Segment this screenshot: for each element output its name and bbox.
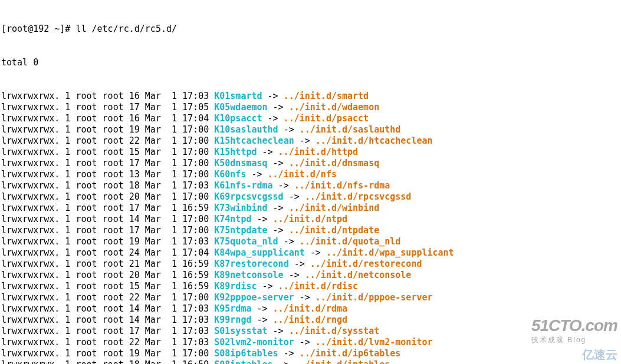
arrow-icon: -> bbox=[268, 203, 289, 213]
symlink-target: ../init.d/lvm2-monitor bbox=[316, 337, 433, 348]
list-item: lrwxrwxrwx. 1 root root 17 Mar 1 17:00 K… bbox=[1, 158, 620, 169]
symlink-target: ../init.d/dnsmasq bbox=[289, 158, 380, 168]
symlink-target: ../init.d/ntpd bbox=[273, 214, 347, 224]
arrow-icon: -> bbox=[278, 348, 300, 359]
file-listing: lrwxrwxrwx. 1 root root 16 Mar 1 17:03 K… bbox=[1, 91, 620, 364]
symlink-target: ../init.d/netconsole bbox=[305, 270, 412, 280]
symlink-target: ../init.d/smartd bbox=[284, 91, 369, 101]
symlink-name: K10psacct bbox=[214, 113, 262, 124]
file-perms: lrwxrwxrwx. 1 root root 17 Mar 1 17:05 bbox=[1, 102, 214, 112]
arrow-icon: -> bbox=[251, 214, 272, 224]
list-item: lrwxrwxrwx. 1 root root 21 Mar 1 16:59 K… bbox=[1, 259, 620, 270]
list-item: lrwxrwxrwx. 1 root root 17 Mar 1 17:03 S… bbox=[1, 326, 620, 337]
list-item: lrwxrwxrwx. 1 root root 19 Mar 1 17:00 S… bbox=[1, 348, 620, 359]
symlink-name: K89netconsole bbox=[214, 270, 283, 280]
symlink-target: ../init.d/rdma bbox=[273, 303, 347, 314]
symlink-name: K87restorecond bbox=[214, 259, 288, 269]
symlink-name: K69rpcsvcgssd bbox=[214, 191, 283, 202]
list-item: lrwxrwxrwx. 1 root root 14 Mar 1 17:03 K… bbox=[1, 315, 620, 326]
symlink-target: ../init.d/restorecond bbox=[310, 259, 422, 269]
list-item: lrwxrwxrwx. 1 root root 19 Mar 1 17:03 K… bbox=[1, 236, 620, 247]
arrow-icon: -> bbox=[278, 124, 300, 135]
symlink-target: ../init.d/pppoe-server bbox=[316, 292, 433, 303]
arrow-icon: -> bbox=[294, 292, 316, 303]
file-perms: lrwxrwxrwx. 1 root root 17 Mar 1 16:59 bbox=[1, 203, 214, 213]
symlink-name: K84wpa_supplicant bbox=[214, 247, 305, 258]
symlink-target: ../init.d/sysstat bbox=[289, 326, 380, 336]
list-item: lrwxrwxrwx. 1 root root 17 Mar 1 16:59 K… bbox=[1, 203, 620, 214]
symlink-target: ../init.d/winbind bbox=[289, 203, 380, 213]
arrow-icon: -> bbox=[262, 113, 284, 124]
symlink-target: ../init.d/wpa_supplicant bbox=[326, 247, 454, 258]
file-perms: lrwxrwxrwx. 1 root root 14 Mar 1 17:03 bbox=[1, 303, 214, 314]
list-item: lrwxrwxrwx. 1 root root 24 Mar 1 17:04 K… bbox=[1, 247, 620, 259]
symlink-target: ../init.d/httpd bbox=[278, 147, 358, 157]
list-item: lrwxrwxrwx. 1 root root 18 Mar 1 16:59 S… bbox=[1, 359, 620, 364]
symlink-name: S08ip6tables bbox=[214, 348, 278, 359]
total-line: total 0 bbox=[1, 57, 620, 68]
arrow-icon: -> bbox=[278, 236, 300, 247]
symlink-target: ../init.d/ip6tables bbox=[300, 348, 401, 359]
arrow-icon: -> bbox=[251, 315, 272, 325]
arrow-icon: -> bbox=[257, 281, 278, 292]
file-perms: lrwxrwxrwx. 1 root root 21 Mar 1 16:59 bbox=[1, 259, 214, 269]
symlink-name: K15httpd bbox=[214, 147, 257, 157]
symlink-name: K75ntpdate bbox=[214, 225, 267, 236]
file-perms: lrwxrwxrwx. 1 root root 14 Mar 1 17:03 bbox=[1, 315, 214, 325]
arrow-icon: -> bbox=[294, 135, 316, 146]
symlink-name: S02lvm2-monitor bbox=[214, 337, 294, 348]
symlink-name: S08iptables bbox=[214, 359, 272, 364]
file-perms: lrwxrwxrwx. 1 root root 17 Mar 1 17:03 bbox=[1, 326, 214, 336]
arrow-icon: -> bbox=[284, 191, 305, 202]
list-item: lrwxrwxrwx. 1 root root 17 Mar 1 17:00 K… bbox=[1, 225, 620, 236]
arrow-icon: -> bbox=[268, 225, 289, 236]
arrow-icon: -> bbox=[273, 359, 294, 364]
file-perms: lrwxrwxrwx. 1 root root 13 Mar 1 17:00 bbox=[1, 169, 214, 180]
list-item: lrwxrwxrwx. 1 root root 14 Mar 1 17:00 K… bbox=[1, 214, 620, 225]
symlink-target: ../init.d/nfs bbox=[268, 169, 337, 180]
symlink-name: K10saslauthd bbox=[214, 124, 278, 135]
symlink-name: K01smartd bbox=[214, 91, 262, 101]
list-item: lrwxrwxrwx. 1 root root 13 Mar 1 17:00 K… bbox=[1, 169, 620, 180]
file-perms: lrwxrwxrwx. 1 root root 16 Mar 1 17:04 bbox=[1, 113, 214, 124]
file-perms: lrwxrwxrwx. 1 root root 15 Mar 1 16:59 bbox=[1, 281, 214, 292]
symlink-target: ../init.d/saslauthd bbox=[300, 124, 401, 135]
list-item: lrwxrwxrwx. 1 root root 18 Mar 1 17:03 K… bbox=[1, 180, 620, 191]
prompt-line: [root@192 ~]# ll /etc/rc.d/rc5.d/ bbox=[1, 24, 620, 35]
symlink-name: K75quota_nld bbox=[214, 236, 278, 247]
arrow-icon: -> bbox=[268, 326, 289, 336]
list-item: lrwxrwxrwx. 1 root root 16 Mar 1 17:04 K… bbox=[1, 113, 620, 124]
symlink-name: K95rdma bbox=[214, 303, 251, 314]
list-item: lrwxrwxrwx. 1 root root 19 Mar 1 17:00 K… bbox=[1, 124, 620, 135]
symlink-name: K73winbind bbox=[214, 203, 267, 213]
list-item: lrwxrwxrwx. 1 root root 22 Mar 1 17:00 K… bbox=[1, 135, 620, 147]
file-perms: lrwxrwxrwx. 1 root root 22 Mar 1 17:00 bbox=[1, 292, 214, 303]
list-item: lrwxrwxrwx. 1 root root 20 Mar 1 16:59 K… bbox=[1, 270, 620, 281]
list-item: lrwxrwxrwx. 1 root root 15 Mar 1 16:59 K… bbox=[1, 281, 620, 292]
file-perms: lrwxrwxrwx. 1 root root 18 Mar 1 17:03 bbox=[1, 180, 214, 191]
symlink-target: ../init.d/htcacheclean bbox=[316, 135, 433, 146]
symlink-target: ../init.d/rpcsvcgssd bbox=[305, 191, 412, 202]
symlink-name: K99rngd bbox=[214, 315, 251, 325]
file-perms: lrwxrwxrwx. 1 root root 14 Mar 1 17:00 bbox=[1, 214, 214, 224]
file-perms: lrwxrwxrwx. 1 root root 22 Mar 1 17:03 bbox=[1, 337, 214, 348]
symlink-name: K50dnsmasq bbox=[214, 158, 267, 168]
file-perms: lrwxrwxrwx. 1 root root 19 Mar 1 17:00 bbox=[1, 124, 214, 135]
arrow-icon: -> bbox=[284, 270, 305, 280]
list-item: lrwxrwxrwx. 1 root root 15 Mar 1 17:00 K… bbox=[1, 147, 620, 158]
file-perms: lrwxrwxrwx. 1 root root 16 Mar 1 17:03 bbox=[1, 91, 214, 101]
symlink-target: ../init.d/wdaemon bbox=[289, 102, 380, 112]
symlink-name: K92pppoe-server bbox=[214, 292, 294, 303]
file-perms: lrwxrwxrwx. 1 root root 17 Mar 1 17:00 bbox=[1, 225, 214, 236]
file-perms: lrwxrwxrwx. 1 root root 19 Mar 1 17:00 bbox=[1, 348, 214, 359]
symlink-target: ../init.d/quota_nld bbox=[300, 236, 401, 247]
symlink-name: K74ntpd bbox=[214, 214, 251, 224]
symlink-target: ../init.d/rdisc bbox=[278, 281, 358, 292]
symlink-target: ../init.d/iptables bbox=[294, 359, 390, 364]
file-perms: lrwxrwxrwx. 1 root root 18 Mar 1 16:59 bbox=[1, 359, 214, 364]
symlink-target: ../init.d/rngd bbox=[273, 315, 347, 325]
file-perms: lrwxrwxrwx. 1 root root 15 Mar 1 17:00 bbox=[1, 147, 214, 157]
symlink-target: ../init.d/nfs-rdma bbox=[294, 180, 390, 191]
file-perms: lrwxrwxrwx. 1 root root 19 Mar 1 17:03 bbox=[1, 236, 214, 247]
list-item: lrwxrwxrwx. 1 root root 20 Mar 1 17:00 K… bbox=[1, 191, 620, 203]
